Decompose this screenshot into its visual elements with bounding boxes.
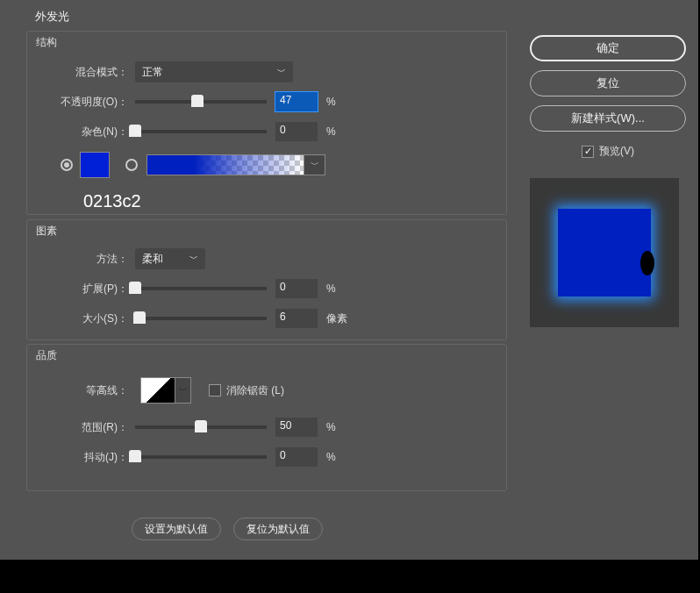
- gradient-dropdown[interactable]: ﹀: [304, 154, 325, 175]
- size-unit: 像素: [326, 311, 347, 326]
- quality-title: 品质: [36, 348, 506, 363]
- opacity-label: 不透明度(O)：: [27, 95, 128, 110]
- noise-unit: %: [326, 125, 336, 138]
- contour-picker[interactable]: [140, 377, 175, 404]
- chevron-down-icon: ﹀: [311, 159, 319, 171]
- antialias-label: 消除锯齿 (L): [226, 383, 284, 398]
- size-slider[interactable]: [135, 317, 267, 320]
- noise-thumb[interactable]: [129, 125, 141, 137]
- jitter-slider[interactable]: [135, 455, 267, 459]
- blend-mode-value: 正常: [142, 65, 163, 80]
- color-swatch[interactable]: [80, 152, 110, 178]
- range-thumb[interactable]: [195, 420, 207, 432]
- preview-label: 预览(V): [599, 144, 634, 159]
- size-label: 大小(S)：: [27, 311, 128, 326]
- jitter-thumb[interactable]: [129, 450, 141, 462]
- preview-sample: [558, 209, 651, 296]
- chevron-down-icon: ﹀: [189, 253, 198, 265]
- method-select[interactable]: 柔和 ﹀: [135, 248, 205, 269]
- method-value: 柔和: [142, 252, 163, 267]
- range-unit: %: [326, 421, 336, 433]
- spread-slider[interactable]: [135, 287, 267, 290]
- preview-box: [530, 178, 679, 327]
- panel-title: 外发光: [35, 9, 69, 25]
- new-style-button[interactable]: 新建样式(W)...: [530, 105, 686, 132]
- size-thumb[interactable]: [133, 311, 146, 324]
- spread-label: 扩展(P)：: [27, 282, 128, 296]
- jitter-input[interactable]: 0: [275, 447, 318, 467]
- opacity-input[interactable]: 47: [275, 92, 318, 111]
- size-input[interactable]: 6: [275, 309, 318, 328]
- jitter-label: 抖动(J)：: [27, 450, 128, 465]
- opacity-thumb[interactable]: [191, 95, 204, 107]
- gradient-picker[interactable]: [146, 154, 304, 175]
- opacity-slider[interactable]: [135, 100, 267, 104]
- color-radio[interactable]: [61, 159, 73, 171]
- bottom-text: 边: [382, 570, 396, 587]
- elements-title: 图素: [36, 224, 506, 239]
- hex-text: 0213c2: [83, 191, 141, 211]
- blend-mode-label: 混合模式：: [27, 65, 128, 80]
- method-label: 方法：: [27, 252, 128, 267]
- range-slider[interactable]: [135, 425, 267, 429]
- spread-thumb[interactable]: [129, 282, 141, 294]
- structure-title: 结构: [36, 35, 506, 50]
- range-label: 范围(R)：: [27, 420, 128, 435]
- antialias-checkbox[interactable]: [209, 384, 221, 397]
- preview-checkbox[interactable]: [582, 146, 594, 158]
- reset-default-button[interactable]: 复位为默认值: [233, 518, 323, 540]
- noise-slider[interactable]: [135, 130, 267, 133]
- elements-group: 图素 方法： 柔和 ﹀ 扩展(P)： 0 % 大小(S)： 6 像素: [26, 219, 507, 340]
- spread-input[interactable]: 0: [275, 279, 318, 298]
- opacity-unit: %: [326, 96, 336, 108]
- range-input[interactable]: 50: [275, 418, 318, 437]
- ok-button[interactable]: 确定: [530, 35, 686, 61]
- contour-label: 等高线：: [27, 383, 128, 398]
- spread-unit: %: [326, 282, 336, 295]
- quality-group: 品质 等高线： ﹀ 消除锯齿 (L) 范围(R)： 50 % 抖动(J)： 0 …: [26, 344, 507, 491]
- chevron-down-icon: ﹀: [277, 66, 286, 78]
- bottom-bar: [0, 560, 698, 593]
- structure-group: 结构 混合模式： 正常 ﹀ 不透明度(O)： 47 % 杂色(N)： 0 %: [26, 31, 507, 215]
- noise-label: 杂色(N)：: [27, 125, 128, 139]
- contour-dropdown[interactable]: ﹀: [175, 377, 191, 404]
- set-default-button[interactable]: 设置为默认值: [132, 518, 221, 540]
- noise-input[interactable]: 0: [275, 122, 318, 141]
- blend-mode-select[interactable]: 正常 ﹀: [135, 61, 293, 82]
- jitter-unit: %: [326, 451, 336, 463]
- reset-button[interactable]: 复位: [530, 70, 686, 96]
- gradient-radio[interactable]: [125, 159, 138, 171]
